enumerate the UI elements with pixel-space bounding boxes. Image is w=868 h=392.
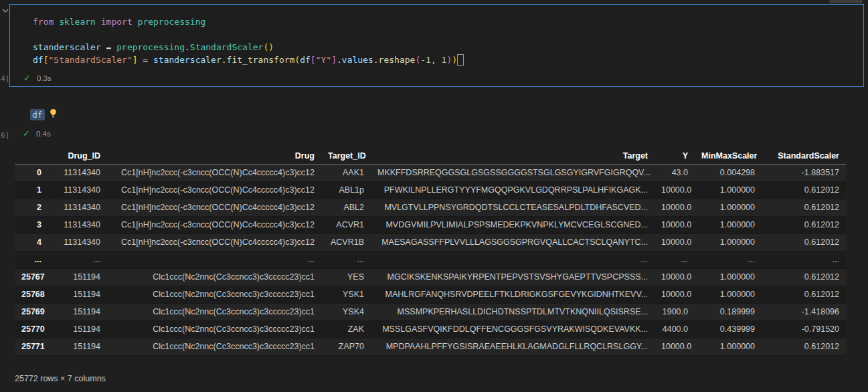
table-row: 25770151194Clc1ccc(Nc2nnc(Cc3ccncc3)c3cc… xyxy=(15,321,846,338)
table-cell: ZAK xyxy=(321,321,371,338)
row-index-cell: 3 xyxy=(15,217,48,234)
code-token: StandardScaler xyxy=(190,42,264,52)
code-token: from xyxy=(33,17,54,27)
table-cell: 0.612012 xyxy=(762,234,846,252)
table-cell: 11314340 xyxy=(48,217,107,234)
code-line: df["StandardScaler"] = standerscaler.fit… xyxy=(33,54,863,66)
code-token xyxy=(96,17,101,27)
table-cell: MVDGVMILPVLIMIALPSPSMEDEKPKVNPKLYMCVCEGL… xyxy=(371,217,655,234)
table-cell: ABL1p xyxy=(321,182,371,199)
column-header: Target_ID xyxy=(321,149,371,165)
table-cell: Cc1[nH]nc2ccc(-c3cncc(OCC(N)Cc4ccccc4)c3… xyxy=(107,199,321,217)
table-row: 25768151194Clc1ccc(Nc2nnc(Cc3ccncc3)c3cc… xyxy=(15,286,846,304)
code-token: "Y" xyxy=(316,55,331,65)
row-index-cell: 0 xyxy=(15,165,48,182)
row-index-cell: ... xyxy=(15,252,48,269)
chevron-down-icon[interactable] xyxy=(1,5,9,17)
code-token: ) xyxy=(452,55,457,65)
table-cell: ... xyxy=(655,252,695,269)
table-cell: Cc1[nH]nc2ccc(-c3cncc(OCC(N)Cc4ccccc4)c3… xyxy=(107,165,321,182)
code-token: standerscaler xyxy=(153,55,222,65)
table-cell: MPDPAAHLPFFYGSISRAEAEEHLKLAGMADGLFLLRQCL… xyxy=(371,338,655,356)
code-cell-1[interactable]: from sklearn import preprocessing stande… xyxy=(9,4,864,87)
table-cell: 151194 xyxy=(48,269,107,286)
table-cell: 1.000000 xyxy=(695,217,762,234)
table-cell: PFWKILNPLLERGTYYYFMGQQPGKVLGDQRRPSLPALHF… xyxy=(371,182,655,199)
table-row: 311314340Cc1[nH]nc2ccc(-c3cncc(OCC(N)Cc4… xyxy=(15,217,846,234)
table-row: 25769151194Clc1ccc(Nc2nnc(Cc3ccncc3)c3cc… xyxy=(15,304,846,321)
table-cell: -1.883517 xyxy=(762,165,846,182)
table-cell: ... xyxy=(762,252,846,269)
success-check-icon: ✓ xyxy=(23,74,31,82)
table-row: 25771151194Clc1ccc(Nc2nnc(Cc3ccncc3)c3cc… xyxy=(15,338,846,356)
lightbulb-icon[interactable] xyxy=(49,109,58,122)
table-row: 111314340Cc1[nH]nc2ccc(-c3cncc(OCC(N)Cc4… xyxy=(15,182,846,199)
code-token: preprocessing xyxy=(138,17,206,27)
horizontal-scrollbar-thumb[interactable] xyxy=(829,0,863,3)
table-cell: ... xyxy=(371,252,655,269)
table-row: 25767151194Clc1ccc(Nc2nnc(Cc3ccncc3)c3cc… xyxy=(15,269,846,286)
table-cell: 11314340 xyxy=(48,199,107,217)
table-cell: 1.000000 xyxy=(695,286,762,304)
table-cell: Clc1ccc(Nc2nnc(Cc3ccncc3)c3ccccc23)cc1 xyxy=(107,338,321,356)
table-cell: 151194 xyxy=(48,286,107,304)
table-cell: MAHLRGFANQHSRVDPEELFTKLDRIGKGSFGEVYKGIDN… xyxy=(371,286,655,304)
execution-time: 0.3s xyxy=(37,74,52,82)
table-cell: 0.612012 xyxy=(762,338,846,356)
code-token: ] xyxy=(331,55,337,65)
table-cell: Cc1[nH]nc2ccc(-c3cncc(OCC(N)Cc4ccccc4)c3… xyxy=(107,217,321,234)
table-cell: Cc1[nH]nc2ccc(-c3cncc(OCC(N)Cc4ccccc4)c3… xyxy=(107,234,321,252)
row-index-cell: 25770 xyxy=(15,321,48,338)
table-cell: 1.000000 xyxy=(695,269,762,286)
code-token: . xyxy=(337,55,342,65)
table-cell: YSK4 xyxy=(321,304,371,321)
table-cell: 10000.0 xyxy=(655,199,695,217)
table-cell: ABL2 xyxy=(321,199,371,217)
table-cell: 0.189999 xyxy=(695,304,762,321)
table-cell: MKKFFDSRREQGGSGLGSGSSGGGGSTSGLGSGYIGRVFG… xyxy=(371,165,655,182)
table-cell: Clc1ccc(Nc2nnc(Cc3ccncc3)c3ccccc23)cc1 xyxy=(107,321,321,338)
table-cell: 1.000000 xyxy=(695,338,762,356)
table-row: 011314340Cc1[nH]nc2ccc(-c3cncc(OCC(N)Cc4… xyxy=(15,165,846,182)
df-token[interactable]: df xyxy=(30,109,45,120)
notebook-editor: 4] 6] from sklearn import preprocessing … xyxy=(0,0,868,392)
cell1-status-bar: ✓ 0.3s xyxy=(23,74,52,82)
column-header: Drug xyxy=(107,149,321,165)
table-cell: 151194 xyxy=(48,321,107,338)
table-cell: 11314340 xyxy=(48,182,107,199)
code-editor-cell2[interactable]: df xyxy=(9,100,864,121)
code-cell-2[interactable]: df ✓ 0.4s xyxy=(9,100,864,142)
code-token: "StandardScaler" xyxy=(48,55,132,65)
table-cell: MGCIKSKENKSPAIKYRPENTPEPVSTSVSHYGAEPTTVS… xyxy=(371,269,655,286)
table-cell: Cc1[nH]nc2ccc(-c3cncc(OCC(N)Cc4ccccc4)c3… xyxy=(107,182,321,199)
code-token: preprocessing xyxy=(116,42,185,52)
code-token: , xyxy=(431,55,442,65)
code-token: df xyxy=(300,55,311,65)
table-cell: 43.0 xyxy=(655,165,695,182)
column-header: Drug_ID xyxy=(48,149,107,165)
table-cell: 0.612012 xyxy=(762,182,846,199)
row-index-cell: 2 xyxy=(15,199,48,217)
code-token: = xyxy=(138,55,153,65)
table-cell: 1.000000 xyxy=(695,234,762,252)
execution-count-cell1: 4] xyxy=(1,74,9,83)
table-cell: ZAP70 xyxy=(321,338,371,356)
table-cell: ACVR1 xyxy=(321,217,371,234)
code-token: -1 xyxy=(420,55,431,65)
code-token: ( xyxy=(294,55,300,65)
table-cell: 0.439999 xyxy=(695,321,762,338)
code-line: standerscaler = preprocessing.StandardSc… xyxy=(33,41,863,54)
table-cell: ACVR1B xyxy=(321,234,371,252)
table-cell: 0.004298 xyxy=(695,165,762,182)
row-index-cell: 25771 xyxy=(15,338,48,356)
cell2-status-bar: ✓ 0.4s xyxy=(23,129,51,138)
code-editor-cell1[interactable]: from sklearn import preprocessing stande… xyxy=(10,5,863,66)
table-cell: Clc1ccc(Nc2nnc(Cc3ccncc3)c3ccccc23)cc1 xyxy=(107,304,321,321)
success-check-icon: ✓ xyxy=(23,129,30,138)
table-cell: Clc1ccc(Nc2nnc(Cc3ccncc3)c3ccccc23)cc1 xyxy=(107,269,321,286)
table-cell: YSK1 xyxy=(321,286,371,304)
code-token: standerscaler xyxy=(33,42,101,52)
code-token: df xyxy=(33,55,44,65)
table-cell: Clc1ccc(Nc2nnc(Cc3ccncc3)c3ccccc23)cc1 xyxy=(107,286,321,304)
table-cell: 1.000000 xyxy=(695,199,762,217)
